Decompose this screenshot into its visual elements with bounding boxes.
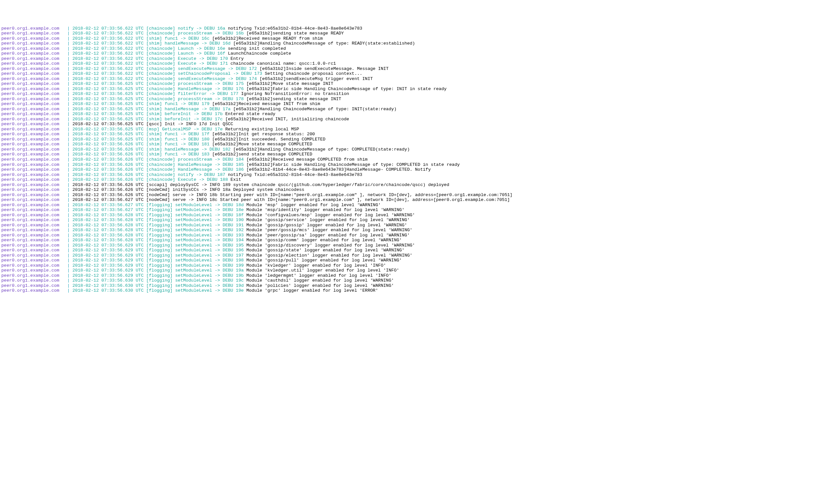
- log-host: peer0.org1.example.com: [1, 283, 67, 288]
- log-separator: |: [67, 233, 72, 238]
- log-line[interactable]: peer0.org1.example.com | 2018-02-12 07:3…: [1, 258, 829, 263]
- log-separator: |: [67, 203, 72, 207]
- log-timestamp: 2018-02-12 07:33:56.626 UTC: [72, 157, 146, 162]
- log-level: DEBU: [188, 101, 202, 106]
- log-message: Module 'gossip/comm' logger enabled for …: [246, 238, 402, 242]
- log-line[interactable]: peer0.org1.example.com | 2018-02-12 07:3…: [1, 283, 829, 289]
- log-line[interactable]: peer0.org1.example.com | 2018-02-12 07:3…: [1, 238, 829, 243]
- log-line[interactable]: peer0.org1.example.com | 2018-02-12 07:3…: [1, 142, 829, 147]
- log-line[interactable]: peer0.org1.example.com | 2018-02-12 07:3…: [1, 71, 829, 76]
- log-line[interactable]: peer0.org1.example.com | 2018-02-12 07:3…: [1, 117, 829, 122]
- log-line[interactable]: peer0.org1.example.com | 2018-02-12 07:3…: [1, 223, 829, 228]
- log-sequence: 171: [220, 61, 230, 66]
- log-sequence: 19c: [236, 278, 246, 283]
- log-separator: |: [67, 142, 72, 147]
- log-line[interactable]: peer0.org1.example.com | 2018-02-12 07:3…: [1, 76, 829, 81]
- log-output[interactable]: peer0.org1.example.com | 2018-02-12 07:3…: [0, 25, 830, 294]
- log-line[interactable]: peer0.org1.example.com | 2018-02-12 07:3…: [1, 248, 829, 253]
- log-line[interactable]: peer0.org1.example.com | 2018-02-12 07:3…: [1, 56, 829, 62]
- log-line[interactable]: peer0.org1.example.com | 2018-02-12 07:3…: [1, 228, 829, 233]
- log-line[interactable]: peer0.org1.example.com | 2018-02-12 07:3…: [1, 193, 829, 198]
- log-sequence: 16b: [236, 31, 246, 36]
- log-line[interactable]: peer0.org1.example.com | 2018-02-12 07:3…: [1, 36, 829, 41]
- log-line[interactable]: peer0.org1.example.com | 2018-02-12 07:3…: [1, 268, 829, 273]
- log-line[interactable]: peer0.org1.example.com | 2018-02-12 07:3…: [1, 51, 829, 56]
- log-line[interactable]: peer0.org1.example.com | 2018-02-12 07:3…: [1, 187, 829, 193]
- log-message: sending init completed: [228, 46, 286, 51]
- log-line[interactable]: peer0.org1.example.com | 2018-02-12 07:3…: [1, 233, 829, 238]
- log-host: peer0.org1.example.com: [1, 203, 67, 207]
- log-line[interactable]: peer0.org1.example.com | 2018-02-12 07:3…: [1, 111, 829, 117]
- log-function: Execute: [178, 56, 199, 61]
- arrow-icon: ->: [228, 76, 236, 81]
- log-timestamp: 2018-02-12 07:33:56.628 UTC: [72, 213, 146, 217]
- log-line[interactable]: peer0.org1.example.com | 2018-02-12 07:3…: [1, 243, 829, 248]
- log-timestamp: 2018-02-12 07:33:56.625 UTC: [72, 127, 146, 132]
- log-line[interactable]: peer0.org1.example.com | 2018-02-12 07:3…: [1, 26, 829, 31]
- log-line[interactable]: peer0.org1.example.com | 2018-02-12 07:3…: [1, 152, 829, 157]
- log-line[interactable]: peer0.org1.example.com | 2018-02-12 07:3…: [1, 91, 829, 97]
- log-function: notify: [178, 26, 196, 31]
- arrow-icon: ->: [202, 182, 210, 187]
- log-message: [e65a31b2]Received message COMPLETED fro…: [246, 157, 368, 162]
- log-line[interactable]: peer0.org1.example.com | 2018-02-12 07:3…: [1, 61, 829, 66]
- log-sequence: 19e: [236, 288, 246, 293]
- log-level: DEBU: [223, 203, 236, 207]
- log-line[interactable]: peer0.org1.example.com | 2018-02-12 07:3…: [1, 132, 829, 137]
- log-line[interactable]: peer0.org1.example.com | 2018-02-12 07:3…: [1, 66, 829, 71]
- arrow-icon: ->: [215, 258, 222, 263]
- log-line[interactable]: peer0.org1.example.com | 2018-02-12 07:3…: [1, 203, 829, 208]
- log-line[interactable]: peer0.org1.example.com | 2018-02-12 07:3…: [1, 81, 829, 87]
- log-level: DEBU: [188, 132, 202, 137]
- log-level: DEBU: [188, 152, 202, 157]
- arrow-icon: ->: [181, 142, 188, 147]
- log-level: DEBU: [223, 238, 236, 242]
- log-host: peer0.org1.example.com: [1, 97, 67, 101]
- log-message: Module 'configvalues/msp' logger enabled…: [246, 213, 415, 217]
- log-line[interactable]: peer0.org1.example.com | 2018-02-12 07:3…: [1, 147, 829, 152]
- log-line[interactable]: peer0.org1.example.com | 2018-02-12 07:3…: [1, 213, 829, 218]
- arrow-icon: ->: [215, 31, 222, 36]
- log-message: system chaincode qscc/(github.com/hyperl…: [233, 182, 449, 187]
- log-host: peer0.org1.example.com: [1, 107, 67, 111]
- arrow-icon: ->: [215, 253, 222, 258]
- log-line[interactable]: peer0.org1.example.com | 2018-02-12 07:3…: [1, 167, 829, 172]
- log-message: Module 'policies' logger enabled for log…: [246, 283, 394, 288]
- log-host: peer0.org1.example.com: [1, 137, 67, 142]
- log-message: Init QSCC: [210, 122, 233, 127]
- log-line[interactable]: peer0.org1.example.com | 2018-02-12 07:3…: [1, 217, 829, 223]
- log-host: peer0.org1.example.com: [1, 172, 67, 177]
- log-function: processStream: [178, 97, 215, 101]
- log-line[interactable]: peer0.org1.example.com | 2018-02-12 07:3…: [1, 207, 829, 213]
- log-line[interactable]: peer0.org1.example.com | 2018-02-12 07:3…: [1, 87, 829, 92]
- log-line[interactable]: peer0.org1.example.com | 2018-02-12 07:3…: [1, 273, 829, 278]
- log-line[interactable]: peer0.org1.example.com | 2018-02-12 07:3…: [1, 107, 829, 112]
- log-line[interactable]: peer0.org1.example.com | 2018-02-12 07:3…: [1, 162, 829, 167]
- log-line[interactable]: peer0.org1.example.com | 2018-02-12 07:3…: [1, 177, 829, 182]
- log-line[interactable]: peer0.org1.example.com | 2018-02-12 07:3…: [1, 122, 829, 127]
- log-line[interactable]: peer0.org1.example.com | 2018-02-12 07:3…: [1, 278, 829, 283]
- log-line[interactable]: peer0.org1.example.com | 2018-02-12 07:3…: [1, 137, 829, 142]
- log-line[interactable]: peer0.org1.example.com | 2018-02-12 07:3…: [1, 157, 829, 162]
- log-line[interactable]: peer0.org1.example.com | 2018-02-12 07:3…: [1, 197, 829, 203]
- log-level: DEBU: [217, 91, 231, 96]
- log-module: [chaincode]: [146, 177, 178, 182]
- log-line[interactable]: peer0.org1.example.com | 2018-02-12 07:3…: [1, 31, 829, 36]
- log-message: [e65a31b2]Fabric side Handling Chaincode…: [246, 87, 447, 91]
- arrow-icon: ->: [215, 248, 222, 253]
- log-line[interactable]: peer0.org1.example.com | 2018-02-12 07:3…: [1, 288, 829, 293]
- log-timestamp: 2018-02-12 07:33:56.626 UTC: [72, 187, 146, 192]
- log-line[interactable]: peer0.org1.example.com | 2018-02-12 07:3…: [1, 182, 829, 188]
- log-timestamp: 2018-02-12 07:33:56.626 UTC: [72, 142, 146, 147]
- log-level: DEBU: [223, 278, 236, 283]
- log-line[interactable]: peer0.org1.example.com | 2018-02-12 07:3…: [1, 101, 829, 107]
- log-line[interactable]: peer0.org1.example.com | 2018-02-12 07:3…: [1, 41, 829, 46]
- log-separator: |: [67, 177, 72, 182]
- arrow-icon: ->: [181, 101, 188, 106]
- log-line[interactable]: peer0.org1.example.com | 2018-02-12 07:3…: [1, 253, 829, 258]
- log-line[interactable]: peer0.org1.example.com | 2018-02-12 07:3…: [1, 127, 829, 132]
- log-line[interactable]: peer0.org1.example.com | 2018-02-12 07:3…: [1, 172, 829, 177]
- log-line[interactable]: peer0.org1.example.com | 2018-02-12 07:3…: [1, 46, 829, 52]
- log-line[interactable]: peer0.org1.example.com | 2018-02-12 07:3…: [1, 97, 829, 102]
- log-line[interactable]: peer0.org1.example.com | 2018-02-12 07:3…: [1, 263, 829, 268]
